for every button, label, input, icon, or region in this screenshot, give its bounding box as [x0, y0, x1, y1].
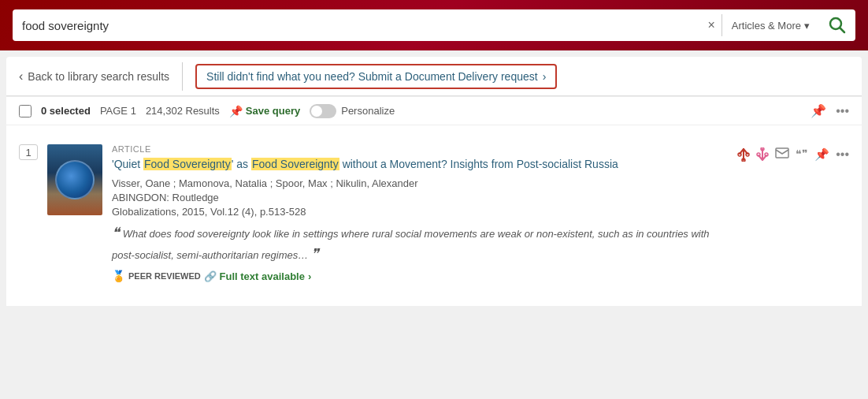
- nav-divider: [182, 62, 183, 91]
- chevron-down-icon: ▾: [804, 20, 810, 32]
- thumbnail-image: [55, 160, 95, 200]
- pin-button[interactable]: 📌: [814, 147, 829, 162]
- abstract-text: What does food sovereignty look like in …: [112, 228, 710, 261]
- pin-icon: 📌: [229, 105, 243, 117]
- personalize-switch[interactable]: [310, 104, 336, 118]
- results-count: 214,302 Results: [146, 105, 220, 117]
- peer-icon: 🏅: [112, 270, 125, 282]
- select-all-checkbox[interactable]: [19, 105, 32, 117]
- svg-point-3: [746, 153, 749, 156]
- close-quote: ❞: [311, 246, 319, 262]
- peer-reviewed-label: PEER REVIEWED: [128, 271, 201, 281]
- result-type: ARTICLE: [112, 144, 728, 154]
- svg-rect-8: [776, 148, 788, 158]
- header: × Articles & More ▾: [0, 0, 868, 50]
- fork-pink-icon: [756, 147, 769, 162]
- back-label: Back to library search results: [28, 70, 169, 83]
- personalize-label: Personalize: [341, 105, 395, 117]
- save-query-button[interactable]: 📌 Save query: [229, 105, 300, 117]
- quote-button[interactable]: ❝❞: [796, 147, 808, 160]
- document-delivery-arrow: ›: [543, 70, 547, 83]
- svg-point-6: [765, 153, 768, 156]
- email-button[interactable]: [775, 147, 789, 162]
- search-button[interactable]: [819, 17, 855, 34]
- search-input[interactable]: [13, 19, 702, 32]
- result-abstract: ❝ What does food sovereignty look like i…: [112, 222, 728, 265]
- result-authors: Visser, Oane ; Mamonova, Natalia ; Spoor…: [112, 177, 728, 189]
- document-delivery-text: Still didn't find what you need? Submit …: [206, 70, 538, 83]
- result-content: ARTICLE 'Quiet Food Sovereignty' as Food…: [112, 144, 728, 287]
- cite-fork-pink-button[interactable]: [756, 147, 769, 165]
- title-highlight-1: Food Sovereignty: [143, 158, 232, 170]
- document-delivery-banner[interactable]: Still didn't find what you need? Submit …: [195, 64, 557, 89]
- more-actions-button[interactable]: •••: [836, 147, 849, 162]
- result-title: 'Quiet Food Sovereignty' as Food Soverei…: [112, 157, 728, 173]
- toolbar-pin-button[interactable]: 📌: [811, 103, 826, 118]
- svg-point-2: [738, 153, 741, 156]
- chevron-left-icon: ‹: [19, 69, 23, 84]
- table-row: 1 ARTICLE 'Quiet Food Sovereignty' as Fo…: [19, 138, 849, 293]
- result-title-link[interactable]: 'Quiet Food Sovereignty' as Food Soverei…: [112, 158, 618, 170]
- full-text-link[interactable]: 🔗 Full text available ›: [204, 270, 312, 282]
- nav-bar: ‹ Back to library search results Still d…: [6, 57, 862, 96]
- fork-red-icon: [737, 147, 750, 162]
- more-icon: •••: [836, 147, 849, 161]
- email-icon: [775, 147, 789, 158]
- result-actions: ❝❞ 📌 •••: [737, 144, 849, 287]
- results-area: 1 ARTICLE 'Quiet Food Sovereignty' as Fo…: [6, 125, 862, 306]
- title-pre: 'Quiet: [112, 158, 143, 170]
- scope-selector[interactable]: Articles & More ▾: [722, 20, 819, 32]
- clear-button[interactable]: ×: [702, 18, 721, 32]
- save-query-label: Save query: [246, 105, 300, 117]
- toggle-knob: [311, 106, 322, 117]
- search-icon: [829, 17, 846, 34]
- quote-icon: ❝❞: [796, 147, 808, 160]
- link-icon: 🔗: [204, 270, 217, 282]
- personalize-toggle: Personalize: [310, 104, 395, 118]
- result-publisher: ABINGDON: Routledge: [112, 192, 728, 203]
- cite-fork-red-button[interactable]: [737, 147, 750, 165]
- pin-icon: 📌: [814, 147, 829, 161]
- full-text-arrow: ›: [308, 270, 311, 282]
- page-info: PAGE 1: [100, 105, 136, 117]
- title-mid: ' as: [232, 158, 251, 170]
- result-number: 1: [19, 144, 38, 160]
- scope-label: Articles & More: [732, 20, 801, 32]
- search-bar: × Articles & More ▾: [13, 9, 855, 41]
- toolbar-more-button[interactable]: •••: [836, 104, 849, 118]
- back-to-library-link[interactable]: ‹ Back to library search results: [19, 69, 169, 84]
- selected-count: 0 selected: [41, 105, 91, 117]
- title-highlight-2: Food Sovereignty: [251, 158, 339, 170]
- toolbar: 0 selected PAGE 1 214,302 Results 📌 Save…: [6, 96, 862, 125]
- title-post: without a Movement? Insights from Post-s…: [339, 158, 618, 170]
- svg-point-5: [757, 153, 760, 156]
- result-journal: Globalizations, 2015, Vol.12 (4), p.513-…: [112, 206, 728, 218]
- peer-reviewed-badge: 🏅 PEER REVIEWED: [112, 270, 201, 282]
- full-text-label: Full text available: [220, 270, 305, 282]
- svg-line-1: [840, 28, 845, 33]
- result-thumbnail: [47, 144, 102, 215]
- open-quote: ❝: [112, 225, 120, 241]
